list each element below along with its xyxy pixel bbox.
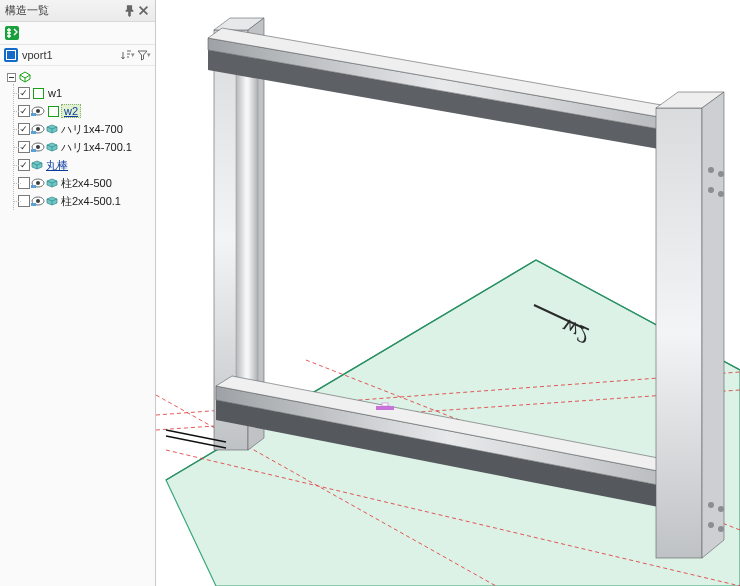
display-state-icon[interactable]	[31, 196, 45, 207]
part-icon	[46, 142, 58, 152]
svg-rect-10	[31, 149, 36, 152]
3d-viewport[interactable]: w2	[156, 0, 740, 586]
collapse-icon[interactable]	[6, 72, 16, 82]
svg-point-6	[36, 127, 40, 131]
svg-point-41	[708, 167, 714, 173]
svg-point-48	[718, 526, 724, 532]
viewport-row[interactable]: vport1 ▾ ▾	[0, 45, 155, 66]
refresh-tree-icon[interactable]	[4, 25, 20, 41]
structure-panel: 構造一覧 vport1 ▾	[0, 0, 156, 586]
tree-node[interactable]: ✓丸棒	[14, 156, 155, 174]
visibility-checkbox[interactable]: ✓	[18, 141, 30, 153]
tree-node[interactable]: ✓ハリ1x4-700	[14, 120, 155, 138]
svg-rect-52	[382, 403, 388, 406]
svg-point-44	[718, 191, 724, 197]
tree-node-label[interactable]: w2	[61, 104, 81, 118]
chevron-down-icon[interactable]: ▾	[147, 51, 151, 59]
pin-icon[interactable]	[123, 4, 136, 17]
tree-node[interactable]: ✓w1	[14, 84, 155, 102]
svg-rect-16	[31, 203, 36, 206]
svg-rect-30	[236, 60, 258, 400]
grid-icon	[4, 48, 18, 62]
display-state-icon[interactable]	[31, 124, 45, 135]
visibility-checkbox[interactable]: ✓	[18, 87, 30, 99]
svg-rect-51	[376, 406, 394, 410]
svg-point-15	[36, 199, 40, 203]
app-root: 構造一覧 vport1 ▾	[0, 0, 740, 586]
svg-marker-40	[702, 92, 724, 558]
svg-point-45	[708, 502, 714, 508]
tree-node-label[interactable]: ハリ1x4-700	[59, 122, 123, 137]
svg-point-42	[718, 171, 724, 177]
panel-title: 構造一覧	[5, 3, 123, 18]
part-icon	[31, 160, 43, 170]
tree-node[interactable]: 柱2x4-500	[14, 174, 155, 192]
display-state-icon[interactable]	[31, 106, 45, 117]
tree-node-label[interactable]: 柱2x4-500	[59, 176, 112, 191]
work-plane-icon	[31, 86, 45, 100]
assembly-icon	[18, 70, 32, 84]
close-icon[interactable]	[137, 4, 150, 17]
svg-point-46	[718, 506, 724, 512]
svg-rect-38	[656, 108, 702, 558]
display-state-icon[interactable]	[31, 142, 45, 153]
viewport-tools: ▾ ▾	[119, 48, 151, 62]
tree-node[interactable]: ✓w2	[14, 102, 155, 120]
tree-node[interactable]: 柱2x4-500.1	[14, 192, 155, 210]
svg-point-9	[36, 145, 40, 149]
visibility-checkbox[interactable]: ✓	[18, 105, 30, 117]
part-icon	[46, 178, 58, 188]
panel-iconbar	[0, 22, 155, 45]
tree-node-label[interactable]: 柱2x4-500.1	[59, 194, 121, 209]
display-state-icon[interactable]	[31, 178, 45, 189]
panel-header: 構造一覧	[0, 0, 155, 22]
svg-rect-13	[31, 185, 36, 188]
svg-point-47	[708, 522, 714, 528]
tree-root-node[interactable]	[4, 70, 155, 84]
visibility-checkbox[interactable]	[18, 195, 30, 207]
svg-rect-4	[31, 113, 36, 116]
visibility-checkbox[interactable]	[18, 177, 30, 189]
viewport-name: vport1	[22, 49, 115, 61]
visibility-checkbox[interactable]: ✓	[18, 159, 30, 171]
svg-marker-33	[208, 38, 676, 132]
part-icon	[46, 124, 58, 134]
svg-rect-7	[31, 131, 36, 134]
tree-node-label[interactable]: 丸棒	[44, 158, 68, 173]
panel-window-controls	[123, 4, 150, 17]
tree-children: ✓w1✓w2✓ハリ1x4-700✓ハリ1x4-700.1✓丸棒柱2x4-500柱…	[13, 84, 155, 210]
svg-point-43	[708, 187, 714, 193]
svg-point-3	[36, 109, 40, 113]
svg-point-12	[36, 181, 40, 185]
work-plane-icon	[46, 104, 60, 118]
tree-node-label[interactable]: ハリ1x4-700.1	[59, 140, 132, 155]
part-icon	[46, 196, 58, 206]
tree-node-label[interactable]: w1	[46, 87, 62, 99]
visibility-checkbox[interactable]: ✓	[18, 123, 30, 135]
tree-node[interactable]: ✓ハリ1x4-700.1	[14, 138, 155, 156]
structure-tree: ✓w1✓w2✓ハリ1x4-700✓ハリ1x4-700.1✓丸棒柱2x4-500柱…	[0, 66, 155, 586]
